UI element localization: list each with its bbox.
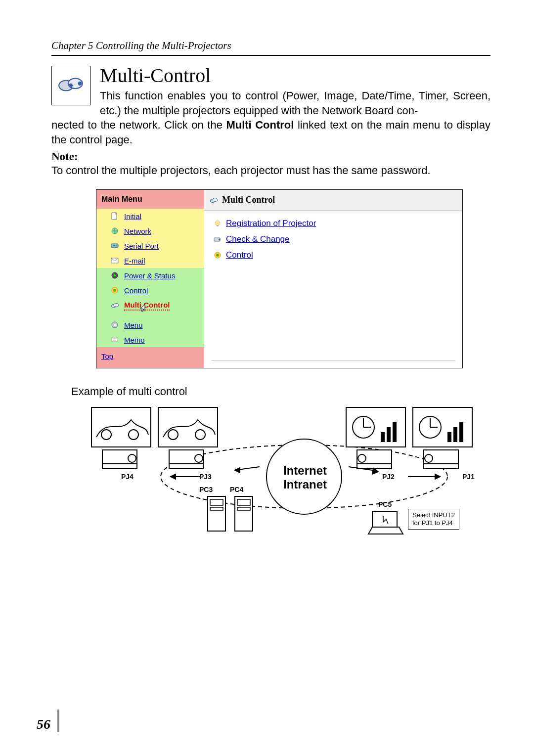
menu-link-serial-port[interactable]: Serial Port (124, 242, 159, 250)
network-icon (110, 226, 119, 235)
svg-rect-77 (237, 507, 250, 510)
svg-rect-50 (393, 422, 397, 442)
svg-point-3 (69, 84, 73, 88)
svg-point-16 (114, 304, 119, 307)
network-diagram: PJ4 PJ3 PJ2 PJ1 PC3 PC4 PC5 InternetIntr… (71, 402, 488, 561)
control-icon (110, 286, 119, 295)
svg-rect-73 (210, 499, 223, 505)
svg-marker-71 (435, 474, 440, 479)
svg-point-53 (358, 454, 366, 462)
menu-item-multi-control[interactable]: Multi Control (96, 298, 204, 311)
svg-rect-59 (453, 427, 457, 442)
content-panel: Multi Control Registration of Projector … (204, 190, 462, 368)
link-check-change[interactable]: Check & Change (213, 231, 462, 247)
link-check-change-text[interactable]: Check & Change (226, 234, 290, 244)
page-number: 56 (37, 710, 59, 732)
svg-rect-78 (372, 511, 397, 527)
link-control[interactable]: Control (213, 247, 462, 263)
label-pc4: PC4 (230, 486, 243, 493)
section-title: Multi-Control (100, 66, 490, 86)
svg-point-63 (425, 454, 433, 462)
menu-item-initial[interactable]: Initial (96, 209, 204, 223)
svg-point-2 (78, 82, 82, 86)
gear-icon (110, 320, 119, 329)
menu-link-power-status[interactable]: Power & Status (124, 271, 175, 280)
menu-link-menu[interactable]: Menu (124, 321, 143, 329)
menu-item-serial-port[interactable]: Serial Port (96, 238, 204, 253)
svg-rect-62 (424, 464, 458, 469)
ui-screenshot: Main Menu Initial Network (96, 189, 463, 368)
label-pj4: PJ4 (121, 473, 134, 481)
label-pj1: PJ1 (462, 473, 475, 481)
example-caption: Example of multi control (71, 385, 490, 398)
note-label: Note: (51, 150, 490, 163)
page-icon (110, 212, 119, 221)
multi-control-section-icon (51, 66, 91, 105)
cursor-icon (137, 304, 147, 316)
link-registration-text[interactable]: Registration of Projector (226, 219, 316, 228)
menu-item-power-status[interactable]: Power & Status (96, 268, 204, 283)
svg-point-9 (116, 245, 117, 246)
svg-point-29 (216, 254, 219, 257)
svg-rect-19 (112, 337, 118, 342)
top-link[interactable]: Top (101, 352, 113, 360)
chapter-header: Chapter 5 Controlling the Multi-Projecto… (51, 40, 490, 56)
svg-point-37 (128, 454, 136, 462)
link-control-text[interactable]: Control (226, 250, 253, 260)
menu-link-network[interactable]: Network (124, 227, 151, 235)
svg-rect-36 (102, 464, 137, 469)
svg-marker-67 (235, 468, 240, 473)
section-intro-text: This function enables you to control (Po… (100, 89, 490, 118)
svg-point-8 (114, 245, 115, 246)
menu-item-control[interactable]: Control (96, 283, 204, 298)
svg-point-23 (213, 198, 218, 201)
menu-item-email[interactable]: E-mail (96, 253, 204, 268)
main-menu-panel: Main Menu Initial Network (96, 190, 204, 368)
bulb-icon (213, 219, 222, 228)
link-registration[interactable]: Registration of Projector (213, 216, 462, 231)
multi-control-icon (209, 196, 218, 205)
svg-marker-65 (171, 474, 176, 479)
menu-item-network[interactable]: Network (96, 223, 204, 238)
menu-link-control[interactable]: Control (124, 286, 148, 295)
svg-rect-60 (459, 422, 463, 442)
email-icon (110, 256, 119, 265)
label-pc3: PC3 (199, 486, 213, 493)
memo-icon (110, 335, 119, 344)
callout-box: Select INPUT2for PJ1 to PJ4 (408, 509, 459, 529)
svg-rect-49 (387, 427, 391, 442)
label-pj3: PJ3 (199, 473, 212, 481)
label-pc5: PC5 (378, 500, 392, 508)
svg-rect-52 (357, 464, 392, 469)
svg-point-7 (113, 245, 114, 246)
svg-rect-42 (169, 464, 204, 469)
menu-link-email[interactable]: E-mail (124, 257, 145, 265)
svg-point-12 (114, 274, 116, 276)
label-pj2: PJ2 (382, 473, 395, 481)
svg-point-24 (215, 221, 220, 225)
main-menu-title: Main Menu (96, 190, 204, 209)
projector-icon (213, 235, 222, 244)
svg-rect-58 (447, 432, 451, 442)
svg-rect-74 (210, 507, 223, 510)
menu-item-memo[interactable]: Memo (96, 332, 204, 347)
menu-link-initial[interactable]: Initial (124, 212, 141, 221)
svg-point-27 (219, 239, 221, 241)
content-divider (211, 360, 455, 361)
control-icon (213, 251, 222, 260)
menu-item-menu[interactable]: Menu (96, 317, 204, 332)
svg-point-43 (195, 454, 203, 462)
menu-link-memo[interactable]: Memo (124, 336, 145, 344)
svg-point-14 (113, 289, 116, 292)
content-title-bar: Multi Control (204, 190, 462, 211)
power-icon (110, 271, 119, 280)
menu-link-multi-control[interactable]: Multi Control (124, 301, 170, 311)
svg-rect-76 (237, 499, 250, 505)
content-title: Multi Control (222, 195, 275, 205)
svg-rect-48 (381, 432, 385, 442)
note-text: To control the multiple projectors, each… (51, 163, 490, 178)
serial-port-icon (110, 241, 119, 250)
section-intro-text-cont: nected to the network. Click on the Mult… (51, 118, 490, 147)
network-center-label: InternetIntranet (266, 464, 345, 491)
svg-marker-79 (368, 527, 403, 534)
